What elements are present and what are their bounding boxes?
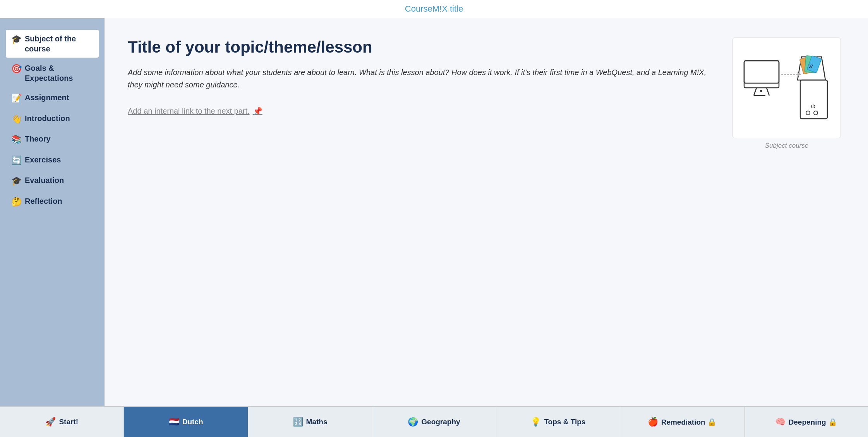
nav-tab-start[interactable]: 🚀Start! xyxy=(0,407,124,437)
sidebar-icon-exercises: 🔄 xyxy=(11,155,22,166)
nav-tab-tops-tips[interactable]: 💡Tops & Tips xyxy=(496,407,620,437)
sidebar: 🎓Subject of the course🎯Goals & Expectati… xyxy=(0,18,105,406)
nav-tab-geography[interactable]: 🌍Geography xyxy=(372,407,496,437)
sidebar-label-evaluation: Evaluation xyxy=(25,175,64,185)
sidebar-label-theory: Theory xyxy=(25,134,51,144)
svg-line-4 xyxy=(767,88,769,96)
sidebar-item-introduction[interactable]: 👋Introduction xyxy=(6,109,99,129)
sidebar-icon-assignment: 📝 xyxy=(11,93,22,104)
nav-tab-deepening[interactable]: 🧠Deepening 🔒 xyxy=(744,407,868,437)
svg-marker-16 xyxy=(798,72,801,76)
blender-illustration: ⏻ 37 xyxy=(740,45,833,130)
sidebar-label-exercises: Exercises xyxy=(25,155,61,165)
content-right: ⏻ 37 Subject course xyxy=(729,38,845,391)
link-icon: 📌 xyxy=(253,106,262,116)
sidebar-item-evaluation[interactable]: 🎓Evaluation xyxy=(6,171,99,191)
sidebar-item-theory[interactable]: 📚Theory xyxy=(6,130,99,149)
tab-emoji-remediation: 🍎 xyxy=(648,417,658,427)
svg-point-9 xyxy=(814,111,818,115)
svg-rect-0 xyxy=(744,61,779,88)
tab-label-remediation: Remediation 🔒 xyxy=(661,418,717,427)
tab-emoji-dutch: 🇳🇱 xyxy=(169,417,179,427)
svg-point-5 xyxy=(760,90,762,92)
tab-emoji-geography: 🌍 xyxy=(408,417,418,427)
sidebar-icon-evaluation: 🎓 xyxy=(11,176,22,187)
sidebar-icon-reflection: 🤔 xyxy=(11,196,22,208)
sidebar-item-assignment[interactable]: 📝Assignment xyxy=(6,89,99,108)
nav-tab-maths[interactable]: 🔢Maths xyxy=(248,407,372,437)
internal-link-text: Add an internal link to the next part. xyxy=(128,107,250,116)
tab-label-start: Start! xyxy=(59,418,78,426)
tab-emoji-tops-tips: 💡 xyxy=(530,417,541,427)
sidebar-label-goals: Goals & Expectations xyxy=(25,63,93,83)
subject-image-box: ⏻ 37 xyxy=(732,38,841,138)
tab-label-maths: Maths xyxy=(306,418,328,426)
app-title-link[interactable]: CourseM!X title xyxy=(405,4,463,14)
image-caption: Subject course xyxy=(765,142,808,150)
tab-label-geography: Geography xyxy=(421,418,460,426)
svg-point-8 xyxy=(806,111,810,115)
tab-emoji-maths: 🔢 xyxy=(293,417,303,427)
tab-emoji-start: 🚀 xyxy=(45,417,56,427)
content-left: Title of your topic/theme/lesson Add som… xyxy=(128,38,713,391)
sidebar-label-subject: Subject of the course xyxy=(25,34,93,54)
sidebar-item-goals[interactable]: 🎯Goals & Expectations xyxy=(6,59,99,87)
internal-link[interactable]: Add an internal link to the next part. 📌 xyxy=(128,106,262,116)
main-area: 🎓Subject of the course🎯Goals & Expectati… xyxy=(0,18,868,406)
page-description: Add some information about what your stu… xyxy=(128,66,713,91)
sidebar-item-subject[interactable]: 🎓Subject of the course xyxy=(6,30,99,58)
sidebar-label-introduction: Introduction xyxy=(25,113,70,123)
sidebar-icon-theory: 📚 xyxy=(11,134,22,145)
page-title: Title of your topic/theme/lesson xyxy=(128,38,713,57)
svg-text:37: 37 xyxy=(808,64,813,68)
sidebar-icon-subject: 🎓 xyxy=(11,34,22,45)
sidebar-icon-goals: 🎯 xyxy=(11,63,22,75)
tab-label-tops-tips: Tops & Tips xyxy=(544,418,585,426)
sidebar-label-assignment: Assignment xyxy=(25,92,69,102)
sidebar-item-reflection[interactable]: 🤔Reflection xyxy=(6,192,99,212)
sidebar-item-exercises[interactable]: 🔄Exercises xyxy=(6,151,99,170)
tab-label-deepening: Deepening 🔒 xyxy=(789,418,837,427)
nav-tab-remediation[interactable]: 🍎Remediation 🔒 xyxy=(620,407,744,437)
sidebar-label-reflection: Reflection xyxy=(25,196,62,206)
nav-tab-dutch[interactable]: 🇳🇱Dutch xyxy=(124,407,248,437)
top-bar: CourseM!X title xyxy=(0,0,868,18)
svg-line-2 xyxy=(754,88,756,96)
content-area: Title of your topic/theme/lesson Add som… xyxy=(105,18,868,406)
bottom-nav: 🚀Start!🇳🇱Dutch🔢Maths🌍Geography💡Tops & Ti… xyxy=(0,406,868,437)
tab-emoji-deepening: 🧠 xyxy=(775,417,786,427)
svg-rect-1 xyxy=(744,61,779,83)
content-inner: Title of your topic/theme/lesson Add som… xyxy=(128,38,845,391)
sidebar-icon-introduction: 👋 xyxy=(11,114,22,125)
svg-text:⏻: ⏻ xyxy=(811,104,815,109)
tab-label-dutch: Dutch xyxy=(182,418,203,426)
